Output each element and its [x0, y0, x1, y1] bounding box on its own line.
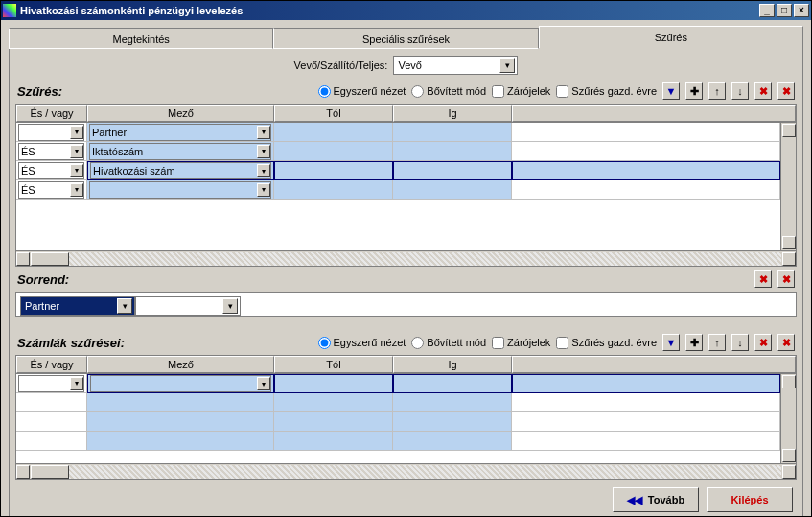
chevron-down-icon: [70, 164, 83, 177]
filter-grid: És / vagy Mező Tól Ig Partner: [15, 104, 797, 267]
tab-special[interactable]: Speciális szűrések: [273, 28, 538, 49]
check-filter-year[interactable]: Szűrés gazd. évre: [556, 85, 657, 98]
toolbar-down-button[interactable]: ↓: [731, 82, 749, 100]
type-selector-row: Vevő/Szállító/Teljes: Vevő: [15, 52, 797, 79]
tab-bar: Megtekintés Speciális szűrések Szűrés: [9, 26, 803, 48]
to-cell[interactable]: [393, 123, 512, 142]
col-from[interactable]: Tól: [274, 105, 393, 122]
col-rest: [512, 105, 796, 122]
from-cell[interactable]: [274, 161, 393, 180]
table-row[interactable]: Partner: [16, 123, 780, 142]
inv-horizontal-scrollbar[interactable]: [16, 463, 796, 479]
app-window: Hivatkozási számonkénti pénzügyi levelez…: [0, 0, 812, 517]
inv-col-from[interactable]: Tól: [274, 356, 393, 373]
chevron-down-icon: [117, 298, 132, 314]
tab-content: Vevő/Szállító/Teljes: Vevő Szűrés: Egysz…: [9, 48, 803, 516]
from-cell[interactable]: [274, 123, 393, 142]
field-combo[interactable]: [89, 181, 271, 199]
chevron-down-icon: [222, 298, 238, 314]
inv-to-cell[interactable]: [393, 374, 512, 393]
toolbar-up-button[interactable]: ↑: [708, 82, 726, 100]
from-cell[interactable]: [274, 142, 393, 161]
table-row[interactable]: ÉS Hivatkozási szám: [16, 161, 780, 180]
order-section-header: Sorrend: ✖ ✖: [15, 269, 797, 290]
order-field-2[interactable]: [135, 296, 241, 316]
invoice-grid-body: [16, 374, 780, 463]
order-field-1[interactable]: Partner: [20, 296, 135, 316]
tab-view[interactable]: Megtekintés: [9, 28, 273, 49]
maximize-button[interactable]: □: [777, 4, 792, 17]
to-cell[interactable]: [393, 142, 512, 161]
field-combo[interactable]: Iktatószám: [89, 143, 271, 160]
col-field[interactable]: Mező: [87, 105, 274, 122]
inv-toolbar-delete-all[interactable]: ✖: [777, 334, 795, 351]
inv-from-cell[interactable]: [274, 374, 393, 393]
to-cell[interactable]: [393, 180, 512, 200]
toolbar-delete-button[interactable]: ✖: [754, 82, 772, 100]
col-to[interactable]: Ig: [393, 105, 512, 122]
order-delete-all-button[interactable]: ✖: [777, 270, 795, 288]
toolbar-add-button[interactable]: ✚: [685, 82, 703, 100]
inv-field-combo[interactable]: [90, 375, 271, 392]
radio-simple-view[interactable]: Egyszerű nézet: [318, 85, 406, 98]
window-title: Hivatkozási számonkénti pénzügyi levelez…: [20, 5, 757, 16]
filter-title: Szűrés:: [17, 84, 62, 99]
chevron-down-icon: [70, 145, 83, 158]
table-row[interactable]: ÉS Iktatószám: [16, 142, 780, 161]
table-row: [16, 432, 780, 451]
toolbar-delete-all-button[interactable]: ✖: [777, 82, 795, 100]
table-row[interactable]: [16, 374, 780, 393]
minimize-button[interactable]: _: [759, 4, 775, 17]
order-title: Sorrend:: [17, 272, 69, 287]
tab-filter[interactable]: Szűrés: [539, 26, 803, 48]
andor-combo[interactable]: ÉS: [18, 143, 84, 160]
field-combo[interactable]: Hivatkozási szám: [90, 162, 271, 179]
toolbar-dropdown-button[interactable]: ▼: [662, 82, 680, 100]
chevron-down-icon: [499, 58, 515, 73]
order-delete-button[interactable]: ✖: [754, 270, 772, 288]
inv-toolbar-up[interactable]: ↑: [708, 334, 726, 351]
invoice-grid-header: És / vagy Mező Tól Ig: [16, 356, 796, 374]
inv-radio-extended[interactable]: Bővített mód: [411, 337, 486, 349]
andor-combo[interactable]: ÉS: [18, 181, 84, 199]
inv-check-brackets[interactable]: Zárójelek: [492, 337, 550, 349]
inv-col-field[interactable]: Mező: [87, 356, 274, 373]
button-row: ◀◀Tovább Kilépés: [15, 482, 797, 514]
inv-andor-combo[interactable]: [18, 375, 84, 392]
inv-col-to[interactable]: Ig: [393, 356, 512, 373]
order-row: Partner: [15, 292, 797, 317]
content-area: Megtekintés Speciális szűrések Szűrés Ve…: [1, 20, 811, 516]
vertical-scrollbar[interactable]: [780, 123, 796, 250]
table-row[interactable]: ÉS: [16, 180, 780, 200]
andor-combo[interactable]: [18, 124, 84, 141]
horizontal-scrollbar[interactable]: [16, 250, 796, 266]
chevron-down-icon: [70, 126, 83, 139]
radio-extended-view[interactable]: Bővített mód: [411, 85, 486, 98]
inv-check-filter-year[interactable]: Szűrés gazd. évre: [556, 337, 657, 349]
next-button[interactable]: ◀◀Tovább: [613, 487, 699, 512]
col-andor[interactable]: És / vagy: [16, 105, 87, 122]
andor-combo[interactable]: ÉS: [18, 162, 84, 179]
inv-vertical-scrollbar[interactable]: [780, 374, 796, 463]
from-cell[interactable]: [274, 180, 393, 200]
chevron-down-icon: [257, 164, 270, 177]
inv-toolbar-down[interactable]: ↓: [731, 334, 749, 351]
filter-grid-header: És / vagy Mező Tól Ig: [16, 105, 796, 123]
chevron-down-icon: [257, 377, 270, 390]
inv-col-andor[interactable]: És / vagy: [16, 356, 87, 373]
inv-toolbar-delete[interactable]: ✖: [754, 334, 772, 351]
field-combo[interactable]: Partner: [89, 124, 271, 141]
table-row: [16, 393, 780, 412]
type-combo[interactable]: Vevő: [393, 56, 518, 75]
close-window-button[interactable]: ×: [794, 4, 809, 17]
to-cell[interactable]: [393, 161, 512, 180]
exit-button[interactable]: Kilépés: [707, 487, 793, 512]
inv-toolbar-dropdown[interactable]: ▼: [662, 334, 680, 351]
inv-toolbar-add[interactable]: ✚: [685, 334, 703, 351]
check-brackets[interactable]: Zárójelek: [492, 85, 550, 98]
chevron-down-icon: [257, 183, 270, 197]
inv-radio-simple[interactable]: Egyszerű nézet: [318, 337, 406, 349]
type-combo-value: Vevő: [398, 59, 421, 71]
rewind-icon: ◀◀: [627, 494, 642, 506]
app-icon: [3, 4, 16, 17]
